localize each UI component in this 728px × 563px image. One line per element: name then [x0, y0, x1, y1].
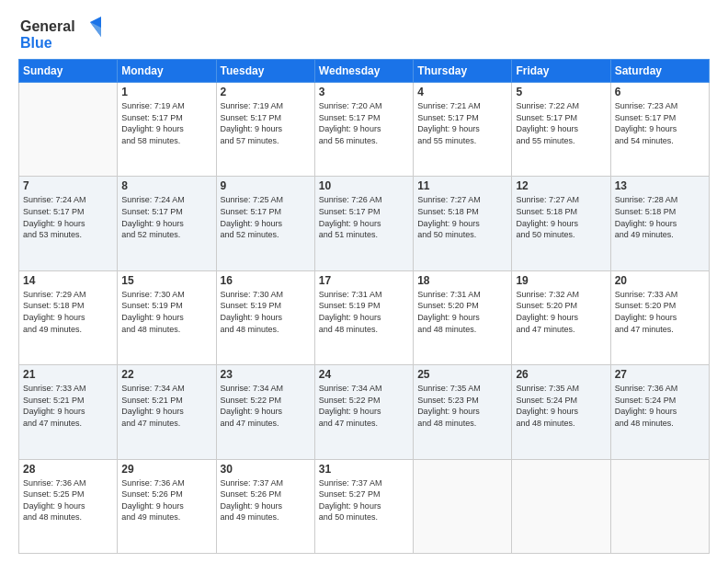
day-number: 31 [319, 463, 409, 476]
day-number: 14 [23, 274, 113, 287]
day-number: 20 [615, 274, 705, 287]
day-info: Sunrise: 7:23 AM Sunset: 5:17 PM Dayligh… [615, 100, 705, 146]
day-number: 18 [417, 274, 507, 287]
calendar-row: 21Sunrise: 7:33 AM Sunset: 5:21 PM Dayli… [19, 365, 710, 459]
day-info: Sunrise: 7:20 AM Sunset: 5:17 PM Dayligh… [319, 100, 409, 146]
calendar-cell: 16Sunrise: 7:30 AM Sunset: 5:19 PM Dayli… [216, 270, 314, 364]
svg-text:General: General [20, 18, 75, 34]
day-info: Sunrise: 7:21 AM Sunset: 5:17 PM Dayligh… [417, 100, 507, 146]
calendar-cell: 17Sunrise: 7:31 AM Sunset: 5:19 PM Dayli… [314, 270, 413, 364]
calendar-cell: 29Sunrise: 7:36 AM Sunset: 5:26 PM Dayli… [118, 459, 216, 553]
calendar-cell: 7Sunrise: 7:24 AM Sunset: 5:17 PM Daylig… [19, 177, 118, 270]
day-info: Sunrise: 7:22 AM Sunset: 5:17 PM Dayligh… [516, 100, 606, 146]
calendar-cell [19, 83, 118, 177]
day-number: 19 [516, 274, 606, 287]
day-info: Sunrise: 7:36 AM Sunset: 5:26 PM Dayligh… [121, 477, 211, 523]
day-number: 11 [417, 179, 507, 192]
day-info: Sunrise: 7:28 AM Sunset: 5:18 PM Dayligh… [615, 194, 705, 240]
day-info: Sunrise: 7:34 AM Sunset: 5:21 PM Dayligh… [121, 383, 211, 429]
day-number: 4 [417, 86, 507, 98]
calendar-cell: 25Sunrise: 7:35 AM Sunset: 5:23 PM Dayli… [414, 365, 512, 459]
calendar-row: 14Sunrise: 7:29 AM Sunset: 5:18 PM Dayli… [19, 270, 710, 364]
day-number: 10 [319, 179, 409, 192]
header: General Blue [18, 9, 710, 55]
day-number: 9 [221, 179, 311, 192]
day-info: Sunrise: 7:35 AM Sunset: 5:24 PM Dayligh… [516, 383, 606, 429]
day-number: 2 [221, 86, 311, 98]
day-number: 12 [516, 179, 606, 192]
day-number: 1 [121, 86, 211, 98]
calendar-row: 28Sunrise: 7:36 AM Sunset: 5:25 PM Dayli… [19, 459, 710, 553]
day-number: 5 [516, 86, 606, 98]
calendar-cell: 2Sunrise: 7:19 AM Sunset: 5:17 PM Daylig… [216, 83, 314, 177]
day-info: Sunrise: 7:31 AM Sunset: 5:20 PM Dayligh… [417, 289, 507, 335]
day-info: Sunrise: 7:30 AM Sunset: 5:19 PM Dayligh… [121, 289, 211, 335]
day-number: 8 [121, 179, 211, 192]
day-info: Sunrise: 7:34 AM Sunset: 5:22 PM Dayligh… [319, 383, 409, 429]
calendar-cell: 27Sunrise: 7:36 AM Sunset: 5:24 PM Dayli… [610, 365, 709, 459]
day-info: Sunrise: 7:24 AM Sunset: 5:17 PM Dayligh… [23, 194, 113, 240]
day-number: 29 [121, 463, 211, 476]
day-number: 17 [319, 274, 409, 287]
calendar-cell: 24Sunrise: 7:34 AM Sunset: 5:22 PM Dayli… [314, 365, 413, 459]
calendar-row: 7Sunrise: 7:24 AM Sunset: 5:17 PM Daylig… [19, 177, 710, 270]
day-number: 13 [615, 179, 705, 192]
calendar-cell: 28Sunrise: 7:36 AM Sunset: 5:25 PM Dayli… [19, 459, 118, 553]
header-saturday: Saturday [610, 60, 709, 83]
calendar-cell: 6Sunrise: 7:23 AM Sunset: 5:17 PM Daylig… [610, 83, 709, 177]
header-monday: Monday [118, 60, 216, 83]
header-wednesday: Wednesday [314, 60, 413, 83]
day-info: Sunrise: 7:36 AM Sunset: 5:25 PM Dayligh… [23, 477, 113, 523]
day-info: Sunrise: 7:33 AM Sunset: 5:20 PM Dayligh… [615, 289, 705, 335]
day-info: Sunrise: 7:33 AM Sunset: 5:21 PM Dayligh… [23, 383, 113, 429]
day-number: 26 [516, 368, 606, 381]
day-info: Sunrise: 7:27 AM Sunset: 5:18 PM Dayligh… [516, 194, 606, 240]
day-info: Sunrise: 7:35 AM Sunset: 5:23 PM Dayligh… [417, 383, 507, 429]
calendar-cell: 9Sunrise: 7:25 AM Sunset: 5:17 PM Daylig… [216, 177, 314, 270]
calendar-cell: 1Sunrise: 7:19 AM Sunset: 5:17 PM Daylig… [118, 83, 216, 177]
calendar-cell [512, 459, 610, 553]
day-info: Sunrise: 7:32 AM Sunset: 5:20 PM Dayligh… [516, 289, 606, 335]
calendar-cell [610, 459, 709, 553]
logo: General Blue [18, 13, 101, 55]
calendar-cell: 5Sunrise: 7:22 AM Sunset: 5:17 PM Daylig… [512, 83, 610, 177]
day-info: Sunrise: 7:26 AM Sunset: 5:17 PM Dayligh… [319, 194, 409, 240]
header-thursday: Thursday [414, 60, 512, 83]
calendar-cell: 18Sunrise: 7:31 AM Sunset: 5:20 PM Dayli… [414, 270, 512, 364]
day-info: Sunrise: 7:19 AM Sunset: 5:17 PM Dayligh… [121, 100, 211, 146]
day-info: Sunrise: 7:25 AM Sunset: 5:17 PM Dayligh… [221, 194, 311, 240]
day-info: Sunrise: 7:31 AM Sunset: 5:19 PM Dayligh… [319, 289, 409, 335]
calendar-cell [414, 459, 512, 553]
calendar-cell: 10Sunrise: 7:26 AM Sunset: 5:17 PM Dayli… [314, 177, 413, 270]
day-number: 16 [221, 274, 311, 287]
calendar-cell: 3Sunrise: 7:20 AM Sunset: 5:17 PM Daylig… [314, 83, 413, 177]
calendar-cell: 22Sunrise: 7:34 AM Sunset: 5:21 PM Dayli… [118, 365, 216, 459]
day-number: 24 [319, 368, 409, 381]
day-info: Sunrise: 7:19 AM Sunset: 5:17 PM Dayligh… [221, 100, 311, 146]
calendar-cell: 30Sunrise: 7:37 AM Sunset: 5:26 PM Dayli… [216, 459, 314, 553]
day-number: 28 [23, 463, 113, 476]
calendar-cell: 21Sunrise: 7:33 AM Sunset: 5:21 PM Dayli… [19, 365, 118, 459]
day-number: 21 [23, 368, 113, 381]
calendar-cell: 8Sunrise: 7:24 AM Sunset: 5:17 PM Daylig… [118, 177, 216, 270]
header-sunday: Sunday [19, 60, 118, 83]
logo-icon: General Blue [18, 13, 101, 52]
day-info: Sunrise: 7:29 AM Sunset: 5:18 PM Dayligh… [23, 289, 113, 335]
day-info: Sunrise: 7:37 AM Sunset: 5:27 PM Dayligh… [319, 477, 409, 523]
day-number: 6 [615, 86, 705, 98]
calendar-cell: 14Sunrise: 7:29 AM Sunset: 5:18 PM Dayli… [19, 270, 118, 364]
calendar-cell: 13Sunrise: 7:28 AM Sunset: 5:18 PM Dayli… [610, 177, 709, 270]
header-tuesday: Tuesday [216, 60, 314, 83]
page: General Blue SundayMondayTuesdayWednesda… [0, 0, 728, 563]
calendar-cell: 19Sunrise: 7:32 AM Sunset: 5:20 PM Dayli… [512, 270, 610, 364]
day-info: Sunrise: 7:27 AM Sunset: 5:18 PM Dayligh… [417, 194, 507, 240]
day-info: Sunrise: 7:37 AM Sunset: 5:26 PM Dayligh… [221, 477, 311, 523]
day-info: Sunrise: 7:24 AM Sunset: 5:17 PM Dayligh… [121, 194, 211, 240]
logo-content: General Blue [18, 13, 101, 55]
day-number: 23 [221, 368, 311, 381]
svg-text:Blue: Blue [20, 35, 52, 51]
day-number: 27 [615, 368, 705, 381]
calendar-header-row: SundayMondayTuesdayWednesdayThursdayFrid… [19, 60, 710, 83]
calendar-cell: 20Sunrise: 7:33 AM Sunset: 5:20 PM Dayli… [610, 270, 709, 364]
calendar-cell: 31Sunrise: 7:37 AM Sunset: 5:27 PM Dayli… [314, 459, 413, 553]
